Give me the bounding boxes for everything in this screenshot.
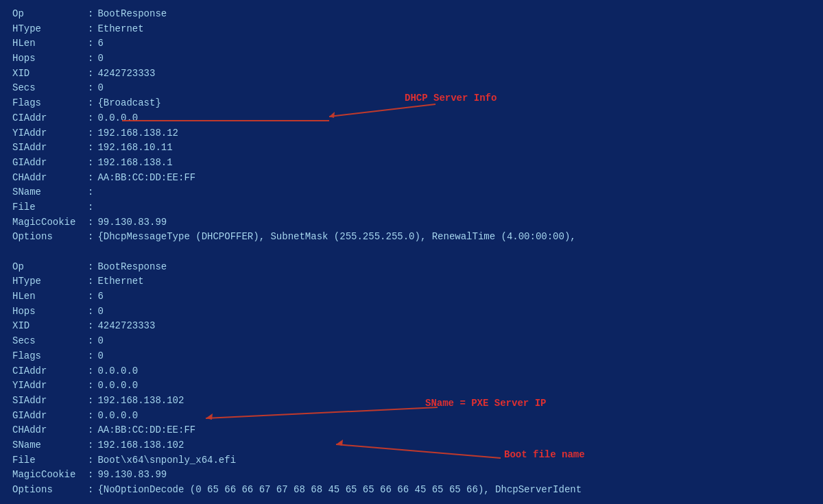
table-row: GIAddr : 0.0.0.0 [12,409,811,424]
sname-pxe-label: SName = PXE Server IP [425,398,546,409]
table-row: YIAddr : 0.0.0.0 [12,379,811,394]
block1: Op : BootResponse HType : Ethernet HLen … [12,7,811,245]
table-row: XID : 4242723333 [12,67,811,82]
table-row: SIAddr : 192.168.10.11 [12,141,811,156]
table-row: HType : Ethernet [12,274,811,289]
boot-file-label: Boot file name [504,449,585,460]
table-row: Secs : 0 [12,334,811,349]
table-row: HLen : 6 [12,289,811,304]
table-row: SIAddr : 192.168.138.102 [12,394,811,409]
block2: Op : BootResponse HType : Ethernet HLen … [12,260,811,498]
table-row: Hops : 0 [12,51,811,67]
table-row: HType : Ethernet [12,22,811,37]
table-row: File : [12,200,811,215]
table-row: Op : BootResponse [12,7,811,22]
table-row: Options : {NoOptionDecode (0 65 66 66 67… [12,483,811,498]
table-row: CIAddr : 0.0.0.0 [12,111,811,126]
table-row: Op : BootResponse [12,260,811,275]
table-row: SName : 192.168.138.102 [12,438,811,453]
table-row: CIAddr : 0.0.0.0 [12,364,811,379]
spacer [12,245,811,260]
table-row: File : Boot\x64\snponly_x64.efi [12,453,811,468]
table-row: CHAddr : AA:BB:CC:DD:EE:FF [12,423,811,438]
table-row: MagicCookie : 99.130.83.99 [12,215,811,230]
table-row: MagicCookie : 99.130.83.99 [12,468,811,483]
table-row: Hops : 0 [12,304,811,320]
table-row: SName : [12,185,811,200]
dhcp-server-info-label: DHCP Server Info [405,93,497,104]
table-row: Options : {DhcpMessageType (DHCPOFFER), … [12,230,811,245]
table-row: Flags : 0 [12,349,811,364]
terminal-output: Op : BootResponse HType : Ethernet HLen … [0,0,823,504]
table-row: YIAddr : 192.168.138.12 [12,126,811,141]
table-row: XID : 4242723333 [12,319,811,334]
table-row: CHAddr : AA:BB:CC:DD:EE:FF [12,171,811,186]
table-row: HLen : 6 [12,36,811,51]
table-row: GIAddr : 192.168.138.1 [12,156,811,171]
